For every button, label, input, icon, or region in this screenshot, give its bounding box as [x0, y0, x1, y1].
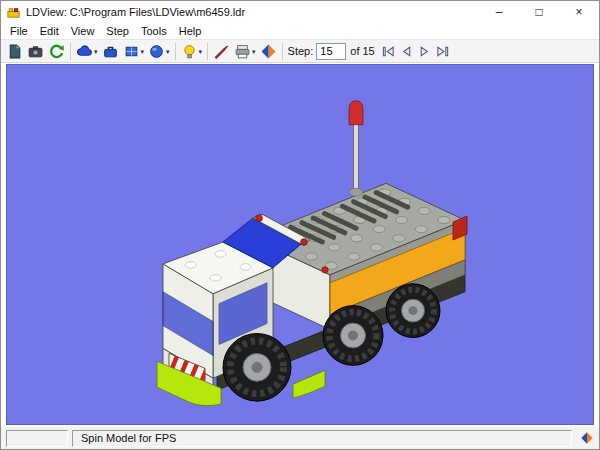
- status-bar: Spin Model for FPS: [1, 427, 599, 449]
- antenna-base: [349, 188, 363, 196]
- chevron-down-icon[interactable]: ▾: [199, 48, 203, 55]
- step-label: Step:: [288, 45, 314, 57]
- step-previous-button[interactable]: [398, 42, 416, 61]
- primitives-icon: [148, 43, 165, 60]
- chevron-down-icon[interactable]: ▾: [94, 48, 98, 55]
- wheel-middle: [323, 306, 383, 366]
- menu-bar: File Edit View Step Tools Help: [1, 23, 599, 39]
- snapshot-button[interactable]: [25, 41, 46, 62]
- app-icon: [6, 5, 21, 20]
- ldview-window: LDView: C:\Program Files\LDView\m6459.ld…: [0, 0, 600, 450]
- view-mode-icon: [76, 43, 93, 60]
- step-next-icon: [417, 44, 432, 59]
- viewport[interactable]: [6, 64, 594, 425]
- close-button[interactable]: ×: [559, 1, 599, 23]
- menu-step[interactable]: Step: [100, 24, 135, 38]
- status-text: Spin Model for FPS: [81, 432, 176, 444]
- lighting-button[interactable]: ▾: [179, 41, 205, 62]
- step-total-label: of 15: [350, 45, 374, 57]
- print-icon: [234, 43, 251, 60]
- roof-light-left: [256, 215, 263, 222]
- reload-button[interactable]: [46, 41, 67, 62]
- lighting-icon: [181, 43, 198, 60]
- step-first-button[interactable]: [380, 42, 398, 61]
- parts-icon: [102, 43, 119, 60]
- lego-truck-model: [7, 65, 593, 424]
- reload-icon: [48, 43, 65, 60]
- roof-light-right: [301, 239, 308, 246]
- open-file-button[interactable]: [4, 41, 25, 62]
- step-last-button[interactable]: [434, 42, 452, 61]
- window-controls: – □ ×: [479, 1, 599, 23]
- chevron-down-icon[interactable]: ▾: [141, 48, 145, 55]
- minimize-button[interactable]: –: [479, 1, 519, 23]
- toolbar-separator: [70, 43, 71, 60]
- window-title: LDView: C:\Program Files\LDView\m6459.ld…: [26, 6, 479, 18]
- snapshot-icon: [27, 43, 44, 60]
- step-next-button[interactable]: [416, 42, 434, 61]
- primitives-button[interactable]: ▾: [146, 41, 172, 62]
- status-cell-message: Spin Model for FPS: [72, 430, 572, 447]
- menu-help[interactable]: Help: [173, 24, 208, 38]
- view-mode-button[interactable]: ▾: [74, 41, 100, 62]
- menu-view[interactable]: View: [65, 24, 101, 38]
- step-input[interactable]: [316, 43, 346, 60]
- red-beacon: [349, 101, 363, 125]
- toolbar-separator: [175, 43, 176, 60]
- toolbar-separator: [207, 43, 208, 60]
- parts-button[interactable]: [100, 41, 121, 62]
- antenna-mast: [354, 123, 359, 193]
- chevron-down-icon[interactable]: ▾: [166, 48, 170, 55]
- step-last-icon: [435, 44, 450, 59]
- wheel-rear: [386, 284, 440, 338]
- flythrough-icon: [213, 43, 230, 60]
- title-bar: LDView: C:\Program Files\LDView\m6459.ld…: [1, 1, 599, 23]
- menu-edit[interactable]: Edit: [34, 24, 65, 38]
- open-file-icon: [6, 43, 23, 60]
- menu-tools[interactable]: Tools: [135, 24, 173, 38]
- wireframe-icon: [123, 43, 140, 60]
- wireframe-button[interactable]: ▾: [121, 41, 147, 62]
- maximize-button[interactable]: □: [519, 1, 559, 23]
- toolbar-separator: [282, 43, 283, 60]
- menu-file[interactable]: File: [4, 24, 34, 38]
- tank-corner-light: [322, 267, 328, 273]
- print-button[interactable]: ▾: [232, 41, 258, 62]
- preferences-button[interactable]: [258, 41, 279, 62]
- flythrough-button[interactable]: [211, 41, 232, 62]
- preferences-icon: [260, 43, 277, 60]
- status-cell-empty: [6, 430, 68, 447]
- toolbar: ▾ ▾ ▾: [1, 39, 599, 63]
- lime-skirt-side: [293, 370, 325, 398]
- step-previous-icon: [399, 44, 414, 59]
- chevron-down-icon[interactable]: ▾: [252, 48, 256, 55]
- ldview-logo-icon: [580, 431, 594, 445]
- step-first-icon: [381, 44, 396, 59]
- wheel-front: [223, 334, 291, 402]
